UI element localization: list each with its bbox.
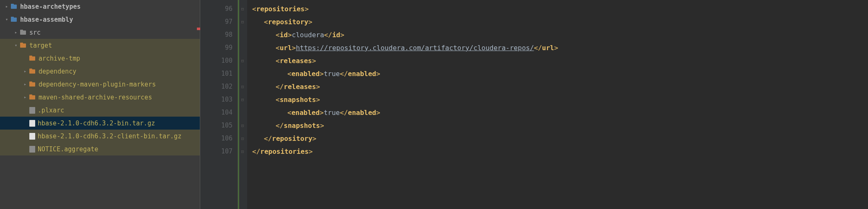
text-file-icon (29, 146, 35, 153)
tree-item[interactable]: ·hbase-2.1.0-cdh6.3.2-client-bin.tar.gz (0, 130, 200, 143)
tree-item[interactable]: ▸src (0, 26, 200, 39)
tree-item[interactable]: ▸maven-shared-archive-resources (0, 91, 200, 104)
xml-tag: enabled (348, 70, 376, 78)
tree-item-label: archive-tmp (39, 55, 80, 62)
text-file-icon (29, 107, 35, 114)
xml-tag: > (312, 57, 316, 65)
chevron-right-icon[interactable]: ▸ (22, 68, 28, 75)
tree-item[interactable]: ▸dependency (0, 65, 200, 78)
line-number: 102 (200, 80, 232, 93)
chevron-right-icon[interactable]: ▸ (13, 29, 19, 36)
xml-tag: releases (284, 83, 316, 91)
fold-marker (238, 28, 247, 41)
fold-marker[interactable]: ⊟ (238, 54, 247, 67)
folder-icon (29, 69, 36, 74)
code-line[interactable]: <enabled>true</enabled> (252, 67, 868, 80)
tree-item-label: hbase-archetypes (20, 3, 81, 10)
xml-tag: < (276, 57, 280, 65)
xml-tag: > (320, 109, 324, 117)
xml-tag: </ (340, 70, 348, 78)
xml-tag: > (320, 122, 324, 130)
line-number: 106 (200, 132, 232, 145)
fold-marker (238, 106, 247, 119)
folder-icon (29, 56, 36, 61)
xml-tag: url (542, 44, 554, 52)
fold-marker[interactable]: ⊟ (238, 15, 247, 28)
fold-marker[interactable]: ⊡ (238, 132, 247, 145)
fold-column[interactable]: ⊟⊟⊟⊡⊟⊡⊡⊡ (238, 0, 247, 209)
line-number: 105 (200, 119, 232, 132)
code-line[interactable]: </snapshots> (252, 119, 868, 132)
line-number: 97 (200, 15, 232, 28)
code-line[interactable]: </repositories> (252, 145, 868, 158)
code-line[interactable]: <repository> (252, 15, 868, 28)
code-line[interactable]: </releases> (252, 80, 868, 93)
code-line[interactable]: <repositories> (252, 3, 868, 15)
xml-tag: > (340, 31, 344, 39)
tree-item-label: NOTICE.aggregate (38, 145, 98, 153)
code-line[interactable]: <url>https://repository.cloudera.com/art… (252, 41, 868, 54)
xml-tag: enabled (292, 109, 320, 117)
xml-tag: < (276, 44, 280, 52)
xml-tag: snapshots (280, 96, 316, 104)
ide-window: ▸hbase-archetypes▾hbase-assembly▸src▾tar… (0, 0, 868, 209)
fold-marker[interactable]: ⊟ (238, 3, 247, 15)
vcs-change-marker (197, 28, 200, 30)
code-area[interactable]: <repositories><repository><id>cloudera</… (247, 0, 868, 209)
xml-tag: repository (268, 18, 308, 26)
xml-tag: > (308, 18, 313, 26)
code-line[interactable]: <enabled>true</enabled> (252, 106, 868, 119)
fold-marker[interactable]: ⊡ (238, 80, 247, 93)
tree-item[interactable]: ·.plxarc (0, 104, 200, 117)
project-tree[interactable]: ▸hbase-archetypes▾hbase-assembly▸src▾tar… (0, 0, 200, 209)
line-number: 104 (200, 106, 232, 119)
code-line[interactable]: <releases> (252, 54, 868, 67)
xml-tag: url (280, 44, 292, 52)
fold-marker[interactable]: ⊡ (238, 145, 247, 158)
tree-item-label: hbase-2.1.0-cdh6.3.2-bin.tar.gz (38, 120, 155, 127)
chevron-right-icon[interactable]: ▸ (22, 94, 28, 101)
tree-item[interactable]: ·archive-tmp (0, 52, 200, 65)
tree-item-label: dependency-maven-plugin-markers (39, 81, 156, 88)
xml-tag: < (264, 18, 268, 26)
chevron-right-icon[interactable]: ▸ (3, 3, 10, 10)
tree-item[interactable]: ▸hbase-archetypes (0, 0, 200, 13)
tree-item[interactable]: ▸dependency-maven-plugin-markers (0, 78, 200, 91)
chevron-down-icon[interactable]: ▾ (3, 16, 10, 23)
tree-item[interactable]: ▾hbase-assembly (0, 13, 200, 26)
fold-marker[interactable]: ⊟ (238, 93, 247, 106)
xml-tag: repositories (256, 5, 305, 13)
code-line[interactable]: </repository> (252, 132, 868, 145)
line-number: 99 (200, 41, 232, 54)
tree-item[interactable]: ·NOTICE.aggregate (0, 143, 200, 155)
code-line[interactable]: <id>cloudera</id> (252, 28, 868, 41)
xml-tag: enabled (348, 109, 376, 117)
tree-item-label: dependency (39, 68, 76, 75)
xml-tag: </ (276, 122, 284, 130)
code-editor[interactable]: 96979899100101102103104105106107 ⊟⊟⊟⊡⊟⊡⊡… (200, 0, 868, 209)
xml-tag: repositories (260, 148, 309, 155)
code-text: true (324, 70, 340, 78)
line-number: 98 (200, 28, 232, 41)
url-link[interactable]: https://repository.cloudera.com/artifact… (296, 44, 534, 52)
tree-item[interactable]: ·hbase-2.1.0-cdh6.3.2-bin.tar.gz (0, 117, 200, 130)
xml-tag: </ (252, 148, 260, 155)
chevron-right-icon[interactable]: ▸ (22, 81, 28, 88)
xml-tag: < (276, 31, 280, 39)
folder-icon (20, 30, 27, 36)
chevron-down-icon[interactable]: ▾ (13, 42, 19, 49)
xml-tag: > (320, 70, 324, 78)
xml-tag: repository (272, 135, 312, 143)
xml-tag: > (309, 148, 313, 155)
xml-tag: > (376, 70, 380, 78)
tree-item-label: maven-shared-archive-resources (39, 94, 152, 101)
folder-icon (29, 82, 36, 87)
tree-item[interactable]: ▾target (0, 39, 200, 52)
fold-marker[interactable]: ⊡ (238, 119, 247, 132)
xml-tag: </ (324, 31, 332, 39)
xml-tag: > (376, 109, 380, 117)
xml-tag: </ (534, 44, 542, 52)
xml-tag: > (288, 31, 292, 39)
code-line[interactable]: <snapshots> (252, 93, 868, 106)
tree-item-label: src (29, 29, 41, 36)
